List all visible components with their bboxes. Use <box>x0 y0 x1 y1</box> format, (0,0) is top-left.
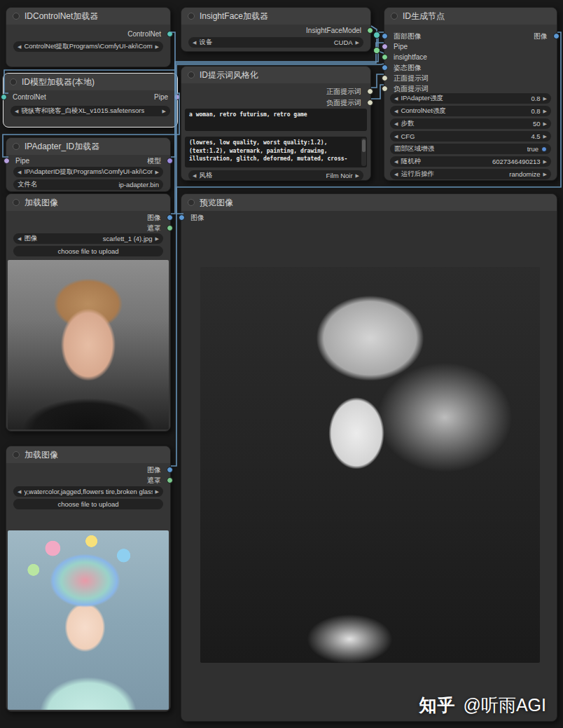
style-widget[interactable]: ◀ 风格 Film Noir ▶ <box>188 170 363 181</box>
pipe-input-slot[interactable] <box>4 158 10 164</box>
node-insightface-loader[interactable]: InsightFace加载器 InsightFaceModel ◀ 设备 CUD… <box>181 7 371 52</box>
node-header[interactable]: IDControlNet加载器 <box>6 8 170 25</box>
chevron-right-icon[interactable]: ▶ <box>543 106 547 116</box>
pipe-input-slot[interactable] <box>382 43 388 50</box>
chevron-left-icon[interactable]: ◀ <box>193 37 196 48</box>
node-header[interactable]: IPAdapter_ID加载器 <box>6 138 170 155</box>
face-image-input-slot[interactable] <box>382 33 388 39</box>
node-title: InsightFace加载器 <box>200 11 268 22</box>
node-generator[interactable]: ID生成节点 面部图像 Pipe insightface 姿态图像 正面提示词 … <box>384 7 557 181</box>
chevron-left-icon[interactable]: ◀ <box>394 156 398 167</box>
upload-button[interactable]: choose file to upload <box>13 246 163 256</box>
face-image-input-label: 面部图像 <box>394 32 422 41</box>
collapse-icon[interactable] <box>188 71 195 78</box>
node-load-image-pose[interactable]: 加载图像 图像 遮罩 ◀ y,watercolor,jagged,flowers… <box>6 446 171 712</box>
insightface-input-slot[interactable] <box>382 54 388 60</box>
chevron-right-icon[interactable]: ▶ <box>162 106 166 116</box>
negative-output-label: 负面提示词 <box>326 99 361 107</box>
insightface-output-slot[interactable] <box>367 27 373 34</box>
filename-widget[interactable]: 文件名 ip-adapter.bin <box>13 179 163 190</box>
chevron-left-icon[interactable]: ◀ <box>394 169 398 179</box>
collapse-icon[interactable] <box>188 199 195 206</box>
chevron-right-icon[interactable]: ▶ <box>155 41 159 52</box>
collapse-icon[interactable] <box>188 13 195 20</box>
controlnet-input-slot[interactable] <box>1 94 7 100</box>
chevron-left-icon[interactable]: ◀ <box>394 118 398 129</box>
chevron-right-icon[interactable]: ▶ <box>543 93 547 104</box>
ipadapter-model-widget[interactable]: ◀ IPAdapterID提取Programs\ComfyUI-aki\Comf… <box>13 167 163 177</box>
chevron-left-icon[interactable]: ◀ <box>18 41 21 52</box>
mask-output-slot[interactable] <box>167 477 173 483</box>
node-header[interactable]: ID提示词风格化 <box>181 67 370 83</box>
negative-prompt-textarea[interactable]: (lowres, low quality, worst quality:1.2)… <box>185 137 367 167</box>
node-prompt-styler[interactable]: ID提示词风格化 正面提示词 负面提示词 a woman, retro futu… <box>181 66 371 181</box>
chevron-right-icon[interactable]: ▶ <box>155 486 159 497</box>
node-header[interactable]: 加载图像 <box>6 446 170 463</box>
negative-input-slot[interactable] <box>382 85 388 92</box>
image-output-slot[interactable] <box>167 467 173 473</box>
chevron-left-icon[interactable]: ◀ <box>15 106 18 116</box>
node-title: 加载图像 <box>25 449 58 461</box>
chevron-left-icon[interactable]: ◀ <box>18 167 21 177</box>
chevron-left-icon[interactable]: ◀ <box>394 131 398 142</box>
node-load-image-face[interactable]: 加载图像 图像 遮罩 ◀ 图像 scarlett_1 (4).jpg ▶ cho… <box>6 193 171 432</box>
collapse-icon[interactable] <box>13 13 20 20</box>
pipe-output-slot[interactable] <box>174 94 180 100</box>
node-header[interactable]: ID生成节点 <box>384 8 557 25</box>
cfg-widget[interactable]: ◀ CFG 4.5 ▶ <box>390 131 551 142</box>
image-filename-widget[interactable]: ◀ 图像 scarlett_1 (4).jpg ▶ <box>13 233 163 244</box>
positive-prompt-textarea[interactable]: a woman, retro futurism, retro game <box>185 109 367 131</box>
chevron-right-icon[interactable]: ▶ <box>356 37 359 48</box>
pose-image-input-slot[interactable] <box>382 64 388 71</box>
node-preview-image[interactable]: 预览图像 图像 <box>181 193 557 722</box>
ipadapter-strength-widget[interactable]: ◀ IPAdapter强度 0.8 ▶ <box>390 93 551 104</box>
model-output-slot[interactable] <box>167 158 173 164</box>
positive-input-slot[interactable] <box>382 75 388 81</box>
collapse-icon[interactable] <box>13 143 20 150</box>
chevron-right-icon[interactable]: ▶ <box>543 118 547 129</box>
positive-output-slot[interactable] <box>367 88 373 95</box>
seed-widget[interactable]: ◀ 随机种 6027346490213 ▶ <box>390 156 551 167</box>
image-output-slot[interactable] <box>167 214 173 221</box>
controlnet-strength-widget[interactable]: ◀ ControlNet强度 0.8 ▶ <box>390 106 551 116</box>
controlnet-output-slot[interactable] <box>167 31 173 37</box>
chevron-right-icon[interactable]: ▶ <box>543 131 547 142</box>
node-header[interactable]: 预览图像 <box>181 194 557 211</box>
upload-button[interactable]: choose file to upload <box>13 499 163 509</box>
chevron-right-icon[interactable]: ▶ <box>155 167 159 177</box>
textarea-scrollbar[interactable] <box>361 138 366 166</box>
node-header[interactable]: ID模型加载器(本地) <box>4 74 177 90</box>
image-input-slot[interactable] <box>179 214 185 221</box>
positive-input-label: 正面提示词 <box>394 74 429 83</box>
node-controlnet-loader[interactable]: IDControlNet加载器 ControlNet ◀ ControlNet提… <box>6 7 171 67</box>
toggle-on-icon[interactable] <box>541 146 547 152</box>
chevron-left-icon[interactable]: ◀ <box>394 93 398 104</box>
steps-widget[interactable]: ◀ 步数 50 ▶ <box>390 118 551 129</box>
image-filename-widget[interactable]: ◀ y,watercolor,jagged,flowers tire,broke… <box>13 486 163 497</box>
chevron-right-icon[interactable]: ▶ <box>155 233 159 244</box>
chevron-left-icon[interactable]: ◀ <box>18 486 21 497</box>
collapse-icon[interactable] <box>13 451 20 458</box>
chevron-left-icon[interactable]: ◀ <box>18 233 21 244</box>
chevron-left-icon[interactable]: ◀ <box>394 106 398 116</box>
controlnet-model-widget[interactable]: ◀ ControlNet提取Programs\ComfyUI-aki\Comfy… <box>13 41 163 52</box>
chevron-right-icon[interactable]: ▶ <box>543 169 547 179</box>
negative-output-slot[interactable] <box>367 99 373 106</box>
control-after-generate-widget[interactable]: ◀ 运行后操作 randomize ▶ <box>390 169 551 179</box>
node-header[interactable]: InsightFace加载器 <box>181 8 370 25</box>
collapse-icon[interactable] <box>10 78 17 85</box>
negative-input-label: 负面提示词 <box>394 85 429 93</box>
collapse-icon[interactable] <box>13 199 20 206</box>
chevron-right-icon[interactable]: ▶ <box>543 156 547 167</box>
node-id-model-loader[interactable]: ID模型加载器(本地) ControlNet Pipe ◀ 骁纵寄和骁客_白棱X… <box>3 73 178 128</box>
node-ipadapter-loader[interactable]: IPAdapter_ID加载器 Pipe 模型 ◀ IPAdapterID提取P… <box>6 137 171 192</box>
face-enhance-toggle[interactable]: 面部区域增强 true <box>390 144 551 154</box>
device-widget[interactable]: ◀ 设备 CUDA ▶ <box>188 37 363 48</box>
node-header[interactable]: 加载图像 <box>6 194 170 211</box>
mask-output-slot[interactable] <box>167 225 173 231</box>
collapse-icon[interactable] <box>391 13 398 20</box>
chevron-right-icon[interactable]: ▶ <box>356 170 359 181</box>
image-output-slot[interactable] <box>553 33 559 39</box>
checkpoint-widget[interactable]: ◀ 骁纵寄和骁客_白棱XL_v1015.safetensors ▶ <box>11 106 170 116</box>
chevron-left-icon[interactable]: ◀ <box>193 170 196 181</box>
